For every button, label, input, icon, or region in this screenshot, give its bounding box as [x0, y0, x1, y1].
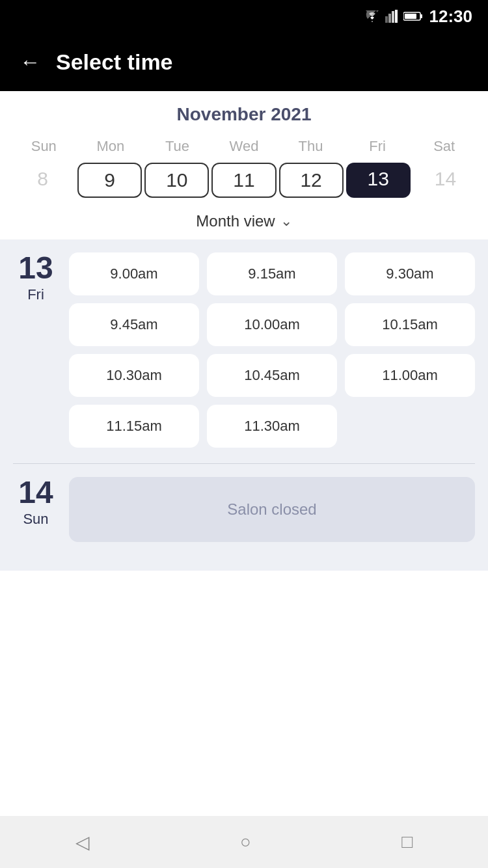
day-13[interactable]: 13 [346, 163, 411, 198]
calendar-days: 8 9 10 11 12 13 14 [10, 163, 478, 198]
day-13-name: Fri [27, 286, 44, 303]
weekday-sat: Sat [411, 135, 478, 157]
status-icons [364, 10, 423, 23]
day-13-label: 13 Fri [13, 252, 59, 448]
weekday-thu: Thu [277, 135, 344, 157]
svg-rect-0 [385, 16, 388, 23]
day-11[interactable]: 11 [211, 163, 276, 198]
weekday-wed: Wed [211, 135, 278, 157]
day-13-block: 13 Fri 9.00am 9.15am 9.30am 9.45am 10.00… [13, 252, 475, 448]
nav-recent-button[interactable]: □ [395, 825, 419, 859]
battery-icon [403, 11, 423, 21]
time-slot-945am[interactable]: 9.45am [69, 303, 199, 346]
status-time: 12:30 [429, 7, 473, 27]
day-14[interactable]: 14 [413, 163, 478, 198]
svg-rect-6 [405, 14, 416, 19]
chevron-down-icon: ⌄ [280, 213, 292, 230]
section-divider [13, 463, 475, 464]
weekday-sun: Sun [10, 135, 77, 157]
time-slot-915am[interactable]: 9.15am [207, 252, 337, 295]
calendar-section: November 2021 Sun Mon Tue Wed Thu Fri Sa… [0, 91, 488, 239]
time-slot-930am[interactable]: 9.30am [345, 252, 475, 295]
timeslots-section: 13 Fri 9.00am 9.15am 9.30am 9.45am 10.00… [0, 239, 488, 571]
time-slot-1115am[interactable]: 11.15am [69, 405, 199, 448]
weekday-mon: Mon [77, 135, 144, 157]
page-title: Select time [56, 49, 173, 75]
day-13-number: 13 [18, 252, 53, 284]
day-14-name: Sun [23, 511, 48, 528]
time-slot-1130am[interactable]: 11.30am [207, 405, 337, 448]
weekday-tue: Tue [144, 135, 211, 157]
nav-home-button[interactable]: ○ [234, 825, 258, 859]
month-view-label: Month view [196, 212, 275, 230]
svg-rect-1 [388, 14, 391, 23]
svg-rect-5 [420, 14, 422, 18]
time-slot-1030am[interactable]: 10.30am [69, 354, 199, 397]
bottom-nav: ◁ ○ □ [0, 816, 488, 868]
time-slot-900am[interactable]: 9.00am [69, 252, 199, 295]
header: ← Select time [0, 33, 488, 91]
day-12[interactable]: 12 [279, 163, 344, 198]
svg-rect-2 [392, 11, 394, 23]
nav-back-button[interactable]: ◁ [69, 825, 96, 860]
back-button[interactable]: ← [20, 50, 40, 74]
time-slot-1100am[interactable]: 11.00am [345, 354, 475, 397]
calendar-weekdays: Sun Mon Tue Wed Thu Fri Sat [10, 135, 478, 157]
weekday-fri: Fri [344, 135, 411, 157]
day-9[interactable]: 9 [77, 163, 142, 198]
time-slot-1045am[interactable]: 10.45am [207, 354, 337, 397]
signal-icon [385, 10, 398, 23]
day-10[interactable]: 10 [144, 163, 209, 198]
status-bar: 12:30 [0, 0, 488, 33]
day-14-label: 14 Sun [13, 477, 59, 542]
day-14-number: 14 [18, 477, 53, 508]
svg-rect-3 [395, 10, 398, 23]
calendar-month: November 2021 [10, 104, 478, 125]
month-view-toggle[interactable]: Month view ⌄ [10, 206, 478, 239]
time-slot-1015am[interactable]: 10.15am [345, 303, 475, 346]
salon-closed: Salon closed [69, 477, 475, 542]
wifi-icon [364, 10, 380, 22]
time-slot-1000am[interactable]: 10.00am [207, 303, 337, 346]
day-14-block: 14 Sun Salon closed [13, 477, 475, 542]
day-8[interactable]: 8 [10, 163, 75, 198]
day-13-time-grid: 9.00am 9.15am 9.30am 9.45am 10.00am 10.1… [69, 252, 475, 448]
